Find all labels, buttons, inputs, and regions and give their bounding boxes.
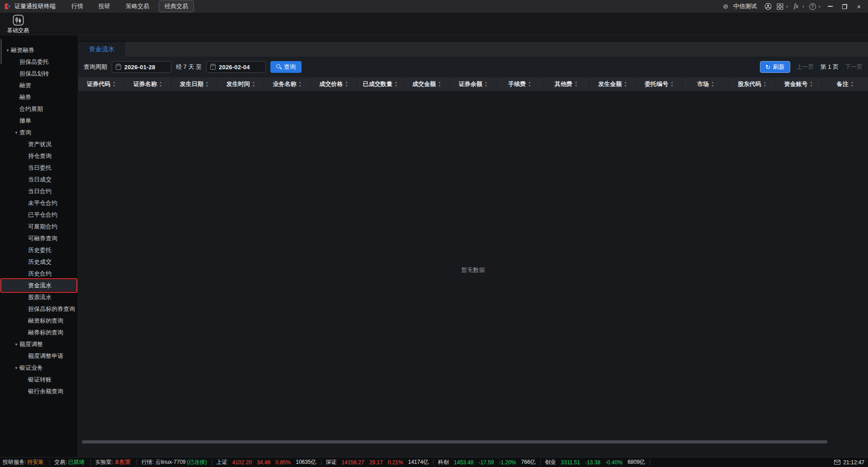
table-column-header[interactable]: 发生日期 ▲ ▼ xyxy=(171,77,218,91)
sort-icon[interactable]: ▲ ▼ xyxy=(345,81,348,88)
sidebar-item[interactable]: ▼ 资产状况 xyxy=(0,138,78,150)
sidebar-item[interactable]: ▼ 当日成交 xyxy=(0,174,78,186)
sort-icon[interactable]: ▲ ▼ xyxy=(113,81,115,88)
search-button[interactable]: 查询 xyxy=(270,61,302,73)
table-column-header[interactable]: 其他费 ▲ ▼ xyxy=(543,77,590,91)
menu-item[interactable]: 行情 xyxy=(66,0,89,12)
sidebar-item[interactable]: ▼ 已平仓合约 xyxy=(0,209,78,221)
prev-page-button[interactable]: 上一页 xyxy=(797,63,814,71)
sort-icon[interactable]: ▲ ▼ xyxy=(810,81,813,88)
sort-icon[interactable]: ▲ ▼ xyxy=(850,81,853,88)
sidebar-item[interactable]: ▼ 融资 xyxy=(0,80,78,91)
chevron-down-icon[interactable]: ∨ xyxy=(817,5,822,9)
sidebar-item[interactable]: ▼ 历史成交 xyxy=(0,256,78,268)
column-label: 市场 xyxy=(697,80,709,88)
eye-off-icon[interactable]: ⊘ xyxy=(721,1,731,11)
tree-expand-icon[interactable]: ▼ xyxy=(13,131,19,135)
table-column-header[interactable]: 备注 ▲ ▼ xyxy=(822,77,868,91)
sidebar-item[interactable]: ▼ 当日合约 xyxy=(0,186,78,197)
close-button[interactable]: × xyxy=(853,1,865,11)
sidebar-item[interactable]: ▼ 未平仓合约 xyxy=(0,197,78,209)
sidebar-item[interactable]: ▼ 融资融券 xyxy=(0,44,78,56)
table-column-header[interactable]: 手续费 ▲ ▼ xyxy=(496,77,543,91)
chevron-down-icon[interactable]: ∨ xyxy=(785,5,789,9)
tree-expand-icon[interactable]: ▼ xyxy=(13,366,19,370)
menu-item[interactable]: 投研 xyxy=(93,0,116,12)
table-column-header[interactable]: 成交价格 ▲ ▼ xyxy=(311,77,357,91)
sidebar-item[interactable]: ▼ 查询 xyxy=(0,127,78,138)
sidebar-item[interactable]: ▼ 融券 xyxy=(0,91,78,103)
index-name: 科创 xyxy=(438,458,449,466)
toolbar-item-basic-trading[interactable]: 基础交易 xyxy=(5,13,32,35)
menu-item[interactable]: 经典交易 xyxy=(159,0,194,12)
sort-icon[interactable]: ▲ ▼ xyxy=(711,81,714,88)
formula-fx-icon[interactable]: fx xyxy=(791,1,801,11)
sidebar-item[interactable]: ▼ 撤单 xyxy=(0,115,78,127)
table-column-header[interactable]: 业务名称 ▲ ▼ xyxy=(264,77,311,91)
table-column-header[interactable]: 已成交数量 ▲ ▼ xyxy=(357,77,404,91)
sidebar-item[interactable]: ▼ 股票流水 xyxy=(0,291,78,303)
sidebar-item[interactable]: ▼ 可融券查询 xyxy=(0,233,78,244)
titlebar: 证量通投研终端 行情 投研 策略交易 经典交易 ⊘ 中信测试 ∨ fx ∨ ? … xyxy=(0,0,868,13)
table-column-header[interactable]: 成交金额 ▲ ▼ xyxy=(404,77,450,91)
user-icon[interactable] xyxy=(763,1,773,11)
sort-icon[interactable]: ▲ ▼ xyxy=(575,81,577,88)
sort-desc-icon: ▼ xyxy=(113,85,115,88)
sidebar-item[interactable]: ▼ 可展期合约 xyxy=(0,221,78,233)
table-column-header[interactable]: 资金账号 ▲ ▼ xyxy=(775,77,822,91)
start-date-input[interactable]: 2026-01-28 xyxy=(112,61,171,73)
sidebar-item[interactable]: ▼ 银行余额查询 xyxy=(0,386,78,397)
sidebar-item[interactable]: ▼ 额度调整 xyxy=(0,338,78,350)
sort-icon[interactable]: ▲ ▼ xyxy=(438,81,441,88)
sidebar-item[interactable]: ▼ 银证转账 xyxy=(0,374,78,386)
table-column-header[interactable]: 证券余额 ▲ ▼ xyxy=(450,77,497,91)
sidebar-item[interactable]: ▼ 融资标的查询 xyxy=(0,315,78,327)
sidebar-item[interactable]: ▼ 额度调整申请 xyxy=(0,350,78,362)
table-column-header[interactable]: 市场 ▲ ▼ xyxy=(683,77,729,91)
sort-icon[interactable]: ▲ ▼ xyxy=(485,81,487,88)
sidebar-item[interactable]: ▼ 担保品标的券查询 xyxy=(0,303,78,315)
tree-expand-icon[interactable]: ▼ xyxy=(13,343,19,347)
sidebar-item[interactable]: ▼ 担保品委托 xyxy=(0,56,78,68)
table-column-header[interactable]: 发生时间 ▲ ▼ xyxy=(217,77,264,91)
tab-capital-flow[interactable]: 资金流水 xyxy=(78,42,125,57)
minimize-button[interactable] xyxy=(824,1,836,11)
sort-icon[interactable]: ▲ ▼ xyxy=(206,81,208,88)
menu-item[interactable]: 策略交易 xyxy=(120,0,155,12)
sort-icon[interactable]: ▲ ▼ xyxy=(252,81,255,88)
sort-icon[interactable]: ▲ ▼ xyxy=(624,81,627,88)
table-column-header[interactable]: 证券名称 ▲ ▼ xyxy=(125,77,171,91)
table-column-header[interactable]: 证券代码 ▲ ▼ xyxy=(78,77,125,91)
horizontal-scrollbar[interactable] xyxy=(82,440,827,443)
restore-button[interactable] xyxy=(838,1,851,11)
sidebar-item[interactable]: ▼ 当日委托 xyxy=(0,162,78,174)
sidebar-item[interactable]: ▼ 银证业务 xyxy=(0,362,78,374)
table-column-header[interactable]: 股东代码 ▲ ▼ xyxy=(729,77,776,91)
sort-icon[interactable]: ▲ ▼ xyxy=(159,81,162,88)
help-icon[interactable]: ? xyxy=(807,1,817,11)
sidebar-item[interactable]: ▼ 持仓查询 xyxy=(0,150,78,162)
sidebar-item[interactable]: ▼ 资金流水 xyxy=(0,280,78,291)
end-date-input[interactable]: 2026-02-04 xyxy=(206,61,266,73)
sort-icon[interactable]: ▲ ▼ xyxy=(528,81,531,88)
sidebar-item[interactable]: ▼ 担保品划转 xyxy=(0,68,78,80)
table-column-header[interactable]: 发生金额 ▲ ▼ xyxy=(590,77,636,91)
tree-expand-icon[interactable]: ▼ xyxy=(5,48,11,52)
sidebar-item-label: 可融券查询 xyxy=(28,234,57,243)
sidebar-item[interactable]: ▼ 融券标的查询 xyxy=(0,327,78,338)
sort-icon[interactable]: ▲ ▼ xyxy=(764,81,766,88)
chevron-down-icon[interactable]: ∨ xyxy=(801,5,806,9)
column-label: 证券代码 xyxy=(87,80,110,88)
message-icon[interactable] xyxy=(834,460,840,465)
sidebar-item[interactable]: ▼ 历史合约 xyxy=(0,268,78,280)
sidebar-item[interactable]: ▼ 合约展期 xyxy=(0,103,78,115)
sort-icon[interactable]: ▲ ▼ xyxy=(299,81,302,88)
table-column-header[interactable]: 委托编号 ▲ ▼ xyxy=(636,77,683,91)
sort-icon[interactable]: ▲ ▼ xyxy=(670,81,673,88)
sort-desc-icon: ▼ xyxy=(299,85,302,88)
next-page-button[interactable]: 下一页 xyxy=(845,63,863,71)
sidebar-item[interactable]: ▼ 历史委托 xyxy=(0,244,78,256)
layout-grid-icon[interactable] xyxy=(775,1,785,11)
refresh-button[interactable]: ↻ 刷新 xyxy=(760,61,790,73)
sort-icon[interactable]: ▲ ▼ xyxy=(395,81,397,88)
